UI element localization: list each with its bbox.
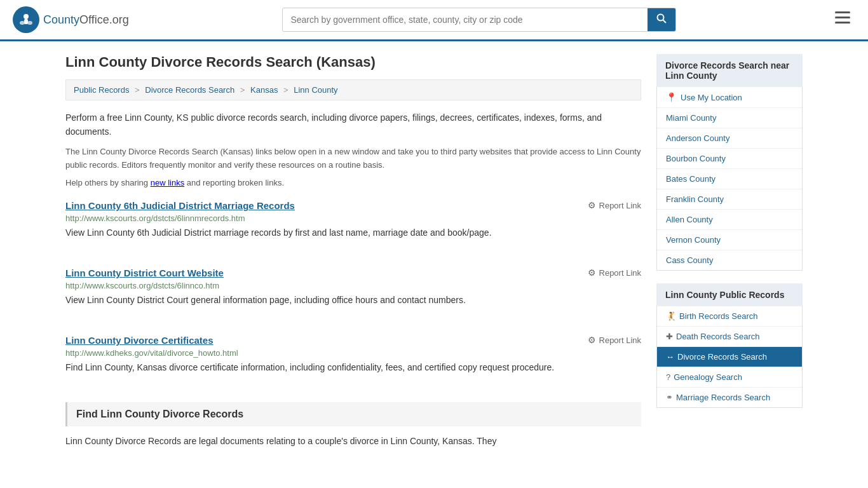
nearby-county-link[interactable]: Allen County [666,215,713,224]
record-item-r2: Linn County District Court Website ⚙ Rep… [65,268,641,320]
public-records-list: 🤾Birth Records Search✚Death Records Sear… [656,306,803,408]
record-type-icon: ✚ [666,332,673,341]
sidebar: Divorce Records Search near Linn County … [656,54,803,449]
nearby-header: Divorce Records Search near Linn County [656,54,803,87]
public-records-items: 🤾Birth Records Search✚Death Records Sear… [657,306,802,407]
logo-icon [13,6,39,33]
report-icon: ⚙ [588,268,596,278]
intro-text: Perform a free Linn County, KS public di… [65,111,641,139]
public-records-header: Linn County Public Records [656,283,803,306]
public-record-item[interactable]: ✚Death Records Search [657,327,802,347]
content-area: Linn County Divorce Records Search (Kans… [65,54,641,449]
record-item-r3: Linn County Divorce Certificates ⚙ Repor… [65,335,641,387]
public-record-item[interactable]: 🤾Birth Records Search [657,306,802,327]
record-header: Linn County Divorce Certificates ⚙ Repor… [65,335,641,346]
breadcrumb: Public Records > Divorce Records Search … [65,79,641,100]
logo-text: CountyOffice.org [43,13,129,27]
search-button[interactable] [648,8,675,31]
nearby-section: Divorce Records Search near Linn County … [656,54,803,271]
report-link[interactable]: ⚙ Report Link [588,268,641,278]
public-record-link[interactable]: Genealogy Search [674,372,742,382]
records-container: Linn County 6th Judicial District Marria… [65,200,641,387]
nearby-county-link[interactable]: Vernon County [666,235,721,245]
secondary-text: The Linn County Divorce Records Search (… [65,146,641,172]
breadcrumb-kansas[interactable]: Kansas [250,85,278,95]
nearby-counties-list: Miami CountyAnderson CountyBourbon Count… [657,108,802,270]
public-record-link[interactable]: Birth Records Search [679,311,758,321]
public-record-item[interactable]: ↔Divorce Records Search [657,347,802,367]
public-record-link[interactable]: Marriage Records Search [676,393,770,402]
nearby-county-item: Anderson County [657,128,802,149]
help-text: Help others by sharing new links and rep… [65,178,641,187]
svg-point-2 [20,21,25,25]
logo-area: CountyOffice.org [13,6,129,33]
public-record-link[interactable]: Death Records Search [676,332,760,341]
report-icon: ⚙ [588,200,596,210]
breadcrumb-linn-county[interactable]: Linn County [294,85,337,95]
record-header: Linn County 6th Judicial District Marria… [65,200,641,211]
nearby-county-link[interactable]: Miami County [666,113,716,123]
record-url[interactable]: http://www.kscourts.org/dstcts/6linnmrec… [65,214,641,223]
record-desc: View Linn County District Court general … [65,294,641,307]
nearby-county-item: Bourbon County [657,149,802,169]
svg-point-1 [24,14,29,19]
nearby-county-item: Bates County [657,169,802,189]
nearby-county-link[interactable]: Cass County [666,255,713,265]
use-location-link[interactable]: Use My Location [681,93,742,102]
record-type-icon: ⚭ [666,393,673,402]
report-link[interactable]: ⚙ Report Link [588,200,641,210]
main-container: Linn County Divorce Records Search (Kans… [53,41,815,461]
page-title: Linn County Divorce Records Search (Kans… [65,54,641,71]
breadcrumb-public-records[interactable]: Public Records [74,85,129,95]
search-input[interactable] [283,10,648,30]
svg-rect-9 [835,22,850,24]
nearby-county-item: Miami County [657,108,802,128]
report-icon: ⚙ [588,335,596,345]
public-records-section: Linn County Public Records 🤾Birth Record… [656,283,803,408]
record-type-icon: ? [666,372,670,382]
nearby-list: 📍 Use My Location Miami CountyAnderson C… [656,87,803,271]
search-bar [282,8,676,32]
hamburger-button[interactable] [830,9,855,30]
header: CountyOffice.org [0,0,868,41]
nearby-county-link[interactable]: Anderson County [666,133,729,143]
breadcrumb-divorce-records[interactable]: Divorce Records Search [145,85,234,95]
public-record-item[interactable]: ⚭Marriage Records Search [657,388,802,407]
report-link[interactable]: ⚙ Report Link [588,335,641,345]
nearby-county-item: Allen County [657,210,802,230]
nearby-county-link[interactable]: Bourbon County [666,154,726,163]
record-desc: Find Linn County, Kansas divorce certifi… [65,361,641,374]
record-desc: View Linn County 6th Judicial District m… [65,226,641,240]
record-type-icon: ↔ [666,352,674,362]
svg-point-3 [27,21,32,25]
nearby-county-item: Cass County [657,250,802,270]
find-section: Find Linn County Divorce Records Linn Co… [65,402,641,448]
svg-rect-4 [24,19,28,24]
new-links[interactable]: new links [151,178,184,187]
svg-rect-8 [835,17,850,18]
svg-line-6 [663,20,667,24]
public-record-item[interactable]: ?Genealogy Search [657,367,802,388]
location-icon: 📍 [666,92,677,102]
svg-point-5 [658,15,664,21]
record-type-icon: 🤾 [666,311,676,321]
record-url[interactable]: http://www.kscourts.org/dstcts/6linnco.h… [65,281,641,290]
public-record-link[interactable]: Divorce Records Search [677,352,767,362]
use-my-location[interactable]: 📍 Use My Location [657,87,802,108]
nearby-county-link[interactable]: Franklin County [666,194,724,204]
find-section-desc: Linn County Divorce Records are legal do… [65,434,641,448]
nearby-county-item: Vernon County [657,230,802,250]
svg-rect-7 [835,11,850,13]
find-section-heading: Find Linn County Divorce Records [65,402,641,426]
nearby-county-item: Franklin County [657,189,802,210]
record-item-r1: Linn County 6th Judicial District Marria… [65,200,641,252]
nearby-county-link[interactable]: Bates County [666,174,715,184]
record-title[interactable]: Linn County Divorce Certificates [65,335,214,346]
record-title[interactable]: Linn County District Court Website [65,268,224,278]
record-url[interactable]: http://www.kdheks.gov/vital/divorce_howt… [65,348,641,358]
record-title[interactable]: Linn County 6th Judicial District Marria… [65,200,295,211]
record-header: Linn County District Court Website ⚙ Rep… [65,268,641,278]
